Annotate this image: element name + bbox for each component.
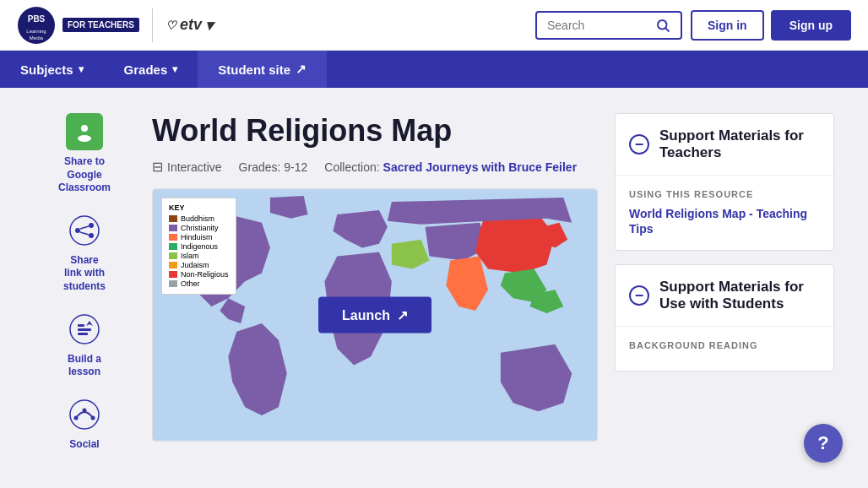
svg-point-12 [89,233,94,238]
key-islam: Islam [169,252,229,260]
svg-text:PBS: PBS [28,14,46,24]
svg-text:Learning: Learning [26,29,46,34]
key-judaism: Judaism [169,261,229,269]
header: PBS Learning Media FOR TEACHERS ♡ etv ▾ … [0,0,868,51]
sign-in-button[interactable]: Sign in [691,10,764,41]
social-action[interactable]: Social [34,396,135,452]
map-key: KEY Buddhism Christianity Hinduism Indig… [161,198,236,295]
share-link-icon [66,212,103,249]
page-title-area: World Religions Map ⊟ Interactive Grades… [152,113,598,175]
svg-point-4 [658,20,667,30]
sign-up-button[interactable]: Sign up [771,10,851,41]
svg-rect-18 [78,333,88,335]
search-icon [655,18,670,33]
background-reading-label: BACKGROUND READING [629,340,820,350]
svg-point-8 [78,135,91,142]
subjects-arrow-icon: ▾ [79,63,84,75]
nav: Subjects ▾ Grades ▾ Student site ↗ [0,51,868,88]
svg-point-10 [75,228,80,233]
svg-rect-17 [78,328,91,331]
resource-main: World Religions Map ⊟ Interactive Grades… [152,113,598,468]
share-link-label: Sharelink withstudents [63,254,106,294]
share-link-action[interactable]: Sharelink withstudents [34,212,135,294]
key-indigenous: Indigenous [169,242,229,251]
students-panel-header: − Support Materials for Use with Student… [616,265,833,327]
map-container: KEY Buddhism Christianity Hinduism Indig… [152,188,598,442]
teachers-panel-header: − Support Materials for Teachers [616,114,833,176]
google-classroom-icon [66,113,103,150]
svg-point-7 [81,125,88,132]
key-other: Other [169,279,229,288]
students-panel-title: Support Materials for Use with Students [659,279,820,312]
collection-link[interactable]: Sacred Journeys with Bruce Feiler [383,160,578,174]
build-lesson-action[interactable]: Build alesson [34,311,135,379]
interactive-tag: ⊟ Interactive [152,159,222,175]
build-lesson-icon [66,311,103,348]
page-title: World Religions Map [152,113,598,149]
svg-point-22 [83,408,87,412]
svg-line-13 [80,226,89,229]
main-content: Share toGoogleClassroom Sharelink withst… [0,88,868,488]
grades-arrow-icon: ▾ [172,63,177,75]
for-teachers-badge: FOR TEACHERS [62,18,139,32]
teachers-panel-collapse[interactable]: − [629,134,649,155]
svg-point-9 [70,216,99,245]
grades-label: Grades: 9-12 [239,160,308,174]
interactive-label: Interactive [167,160,222,174]
svg-point-21 [74,415,79,420]
students-panel-body: BACKGROUND READING [616,327,833,371]
etv-dropdown-icon[interactable]: ▾ [205,16,213,35]
help-button[interactable]: ? [804,424,843,463]
using-resource-label: USING THIS RESOURCE [629,189,820,199]
header-divider [152,8,153,42]
svg-point-20 [70,400,99,429]
key-non-religious: Non-Religious [169,270,229,279]
heart-icon: ♡ [165,19,176,32]
teachers-panel: − Support Materials for Teachers USING T… [615,113,834,251]
launch-external-icon: ↗ [397,307,408,323]
key-christianity: Christianity [169,224,229,232]
svg-point-11 [89,223,94,228]
students-panel: − Support Materials for Use with Student… [615,264,834,371]
key-buddhism: Buddhism [169,214,229,223]
students-panel-collapse[interactable]: − [629,285,649,306]
search-box[interactable] [535,11,682,40]
build-lesson-label: Build alesson [68,353,101,379]
share-google-classroom-action[interactable]: Share toGoogleClassroom [34,113,135,195]
collection-prefix: Collection: [324,160,379,174]
teachers-panel-body: USING THIS RESOURCE World Religions Map … [616,176,833,250]
svg-point-23 [91,415,95,420]
teachers-panel-title: Support Materials for Teachers [659,127,820,161]
launch-button[interactable]: Launch ↗ [318,297,431,333]
pbs-logo-area[interactable]: PBS Learning Media FOR TEACHERS [17,6,139,45]
right-sidebar: − Support Materials for Teachers USING T… [615,113,834,468]
social-icon [66,396,103,433]
key-title: KEY [169,203,229,212]
etv-logo[interactable]: ♡ etv ▾ [165,16,213,35]
left-sidebar: Share toGoogleClassroom Sharelink withst… [34,113,135,468]
nav-student-site[interactable]: Student site ↗ [198,51,327,88]
svg-rect-16 [78,324,84,327]
social-label: Social [69,438,99,452]
svg-line-14 [80,232,89,235]
nav-subjects[interactable]: Subjects ▾ [0,51,104,88]
interactive-icon: ⊟ [152,159,163,175]
google-classroom-svg [73,120,96,144]
etv-label: etv [180,16,202,34]
svg-text:Media: Media [30,35,44,41]
svg-marker-19 [86,321,93,326]
key-hinduism: Hinduism [169,233,229,241]
pbs-logo-icon: PBS Learning Media [17,6,56,45]
teaching-tips-link[interactable]: World Religions Map - Teaching Tips [629,207,807,236]
external-link-icon: ↗ [296,62,307,77]
svg-line-5 [665,28,669,31]
search-input[interactable] [547,19,648,32]
collection-info: Collection: Sacred Journeys with Bruce F… [324,160,577,174]
google-classroom-label: Share toGoogleClassroom [58,155,111,195]
nav-grades[interactable]: Grades ▾ [104,51,198,88]
meta-info: ⊟ Interactive Grades: 9-12 Collection: S… [152,159,598,175]
